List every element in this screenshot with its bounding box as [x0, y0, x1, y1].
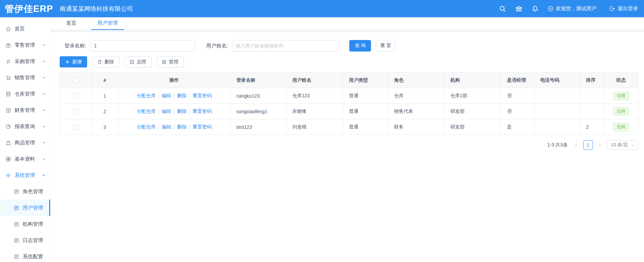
- sidebar-item-purchase[interactable]: 采购管理: [0, 53, 50, 69]
- sidebar-item-log-mgmt[interactable]: 日志管理: [0, 232, 50, 248]
- assign-warehouse-link[interactable]: 分配仓库: [137, 108, 156, 114]
- repeat-icon: [5, 59, 11, 64]
- welcome-text: 欢迎您，测试用户: [556, 5, 597, 12]
- document-icon: [14, 205, 19, 211]
- chevron-down-icon: [42, 76, 46, 80]
- login-name-label: 登录名称:: [64, 43, 86, 49]
- col-org: 机构: [444, 73, 501, 88]
- top-header-bar: 管伊佳ERP 南通某某网络科技有限公司 欢迎您，测试用户 退出登录: [0, 0, 644, 17]
- sidebar-item-finance[interactable]: 财务管理: [0, 102, 50, 118]
- logout-icon: [609, 6, 615, 12]
- col-sort: 排序: [580, 73, 604, 88]
- chevron-down-icon: [42, 43, 46, 47]
- edit-link[interactable]: 编辑: [162, 108, 171, 114]
- table-header-row: # 操作 登录名称 用户姓名 用户类型 角色 机构 是否经理 电话号码 排序 状…: [60, 73, 638, 88]
- select-all-checkbox[interactable]: [73, 78, 78, 83]
- gear-icon: [5, 173, 11, 178]
- enable-button[interactable]: 启用: [124, 56, 152, 67]
- sidebar-item-system-config[interactable]: 系统配置: [0, 248, 50, 262]
- app-logo: 管伊佳ERP: [0, 3, 51, 15]
- tab-user-mgmt[interactable]: 用户管理: [91, 17, 124, 30]
- pagination: 1-3 共3条 ‹ 1 › 10 条/页: [60, 140, 638, 150]
- status-badge[interactable]: 启用: [613, 123, 629, 131]
- search-icon[interactable]: [499, 5, 506, 13]
- welcome-user[interactable]: 欢迎您，测试用户: [548, 5, 597, 12]
- bank-icon[interactable]: [515, 5, 523, 13]
- assign-warehouse-link[interactable]: 分配仓库: [137, 124, 156, 129]
- sidebar-item-system[interactable]: 系统管理: [0, 167, 50, 183]
- col-login-name: 登录名称: [230, 73, 286, 88]
- edit-link[interactable]: 编辑: [162, 93, 171, 98]
- row-checkbox[interactable]: [73, 124, 78, 130]
- delete-link[interactable]: 删除: [177, 93, 187, 98]
- logout-label: 退出登录: [618, 5, 638, 12]
- document-icon: [14, 254, 19, 260]
- chevron-down-icon: [631, 143, 635, 147]
- sidebar-item-role-mgmt[interactable]: 角色管理: [0, 183, 50, 200]
- chevron-down-icon: [42, 59, 46, 63]
- table-row: 3 分配仓库|编辑|删除|重置密码 test123 刘老根 普通 财务 研发部 …: [60, 119, 638, 135]
- row-checkbox[interactable]: [73, 93, 78, 99]
- user-name-label: 用户姓名:: [206, 43, 228, 49]
- assign-warehouse-link[interactable]: 分配仓库: [137, 93, 156, 98]
- home-icon: [5, 26, 11, 32]
- sidebar-item-home[interactable]: 首页: [0, 21, 50, 37]
- action-toolbar: 新增 删除 启用 禁用: [60, 56, 638, 67]
- user-table: # 操作 登录名称 用户姓名 用户类型 角色 机构 是否经理 电话号码 排序 状…: [60, 72, 638, 135]
- delete-link[interactable]: 删除: [177, 108, 187, 114]
- disable-button[interactable]: 禁用: [156, 56, 184, 67]
- reset-password-link[interactable]: 重置密码: [193, 108, 212, 114]
- sidebar-item-user-mgmt[interactable]: 用户管理: [0, 200, 50, 216]
- edit-link[interactable]: 编辑: [162, 124, 171, 129]
- bell-icon[interactable]: [531, 5, 539, 13]
- delete-button[interactable]: 删除: [92, 56, 119, 67]
- company-name: 南通某某网络科技有限公司: [60, 5, 133, 13]
- sidebar-item-sales[interactable]: 销售管理: [0, 69, 50, 86]
- trash-icon: [97, 60, 102, 64]
- table-row: 1 分配仓库|编辑|删除|重置密码 cangku123 仓库123 普通 仓库 …: [60, 88, 638, 104]
- col-role: 角色: [388, 73, 444, 88]
- delete-link[interactable]: 删除: [177, 124, 187, 129]
- status-badge[interactable]: 启用: [613, 107, 629, 116]
- check-square-icon: [130, 60, 134, 64]
- add-button[interactable]: 新增: [60, 56, 87, 67]
- plus-icon: [65, 60, 70, 64]
- col-user-type: 用户类型: [343, 73, 388, 88]
- document-icon: [14, 189, 19, 195]
- warehouse-icon: [5, 91, 11, 97]
- content-panel: 登录名称: 用户姓名: 查 询 重 置 新增 删除 启用: [51, 32, 644, 262]
- chevron-down-icon: [42, 141, 46, 145]
- reset-password-link[interactable]: 重置密码: [193, 93, 212, 98]
- reset-button[interactable]: 重 置: [376, 40, 395, 52]
- sidebar-item-goods[interactable]: 商品管理: [0, 135, 50, 151]
- chevron-up-icon: [42, 173, 46, 177]
- sidebar-item-reports[interactable]: 报表查询: [0, 118, 50, 135]
- sidebar-item-warehouse[interactable]: 仓库管理: [0, 86, 50, 102]
- query-button[interactable]: 查 询: [349, 40, 371, 52]
- chevron-down-icon: [42, 92, 46, 96]
- gift-icon: [5, 42, 11, 48]
- login-name-input[interactable]: [90, 40, 195, 52]
- pagination-total: 1-3 共3条: [547, 142, 568, 148]
- bag-icon: [5, 140, 11, 146]
- reset-password-link[interactable]: 重置密码: [193, 124, 212, 129]
- row-checkbox[interactable]: [73, 109, 78, 114]
- grid-icon: [5, 156, 11, 162]
- document-icon: [14, 238, 19, 243]
- document-icon: [14, 221, 19, 227]
- x-square-icon: [162, 60, 167, 64]
- user-name-input[interactable]: [232, 40, 340, 52]
- current-page[interactable]: 1: [583, 140, 593, 150]
- cart-icon: [5, 75, 11, 81]
- page-size-select[interactable]: 10 条/页: [607, 140, 638, 150]
- next-page-button[interactable]: ›: [596, 140, 604, 150]
- logout-button[interactable]: 退出登录: [609, 5, 638, 12]
- status-badge[interactable]: 启用: [613, 92, 629, 100]
- col-status: 状态: [604, 73, 638, 88]
- prev-page-button[interactable]: ‹: [572, 140, 580, 150]
- tab-home[interactable]: 首页: [60, 17, 82, 30]
- sidebar-item-retail[interactable]: 零售管理: [0, 37, 50, 53]
- col-is-manager: 是否经理: [501, 73, 534, 88]
- sidebar-item-org-mgmt[interactable]: 机构管理: [0, 216, 50, 232]
- sidebar-item-basic-data[interactable]: 基本资料: [0, 151, 50, 167]
